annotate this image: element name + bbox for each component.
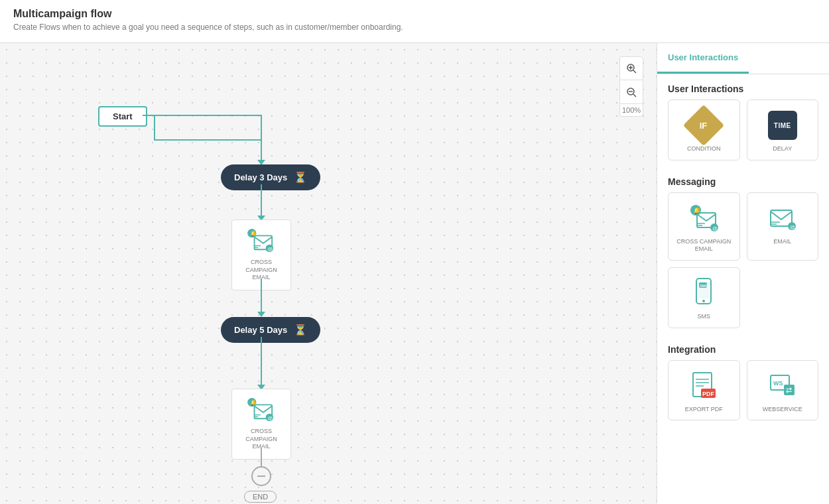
condition-icon: IF [688, 109, 720, 141]
sms-icon: SMS [688, 277, 720, 309]
svg-text:⇄: ⇄ [786, 386, 792, 394]
delay1-node[interactable]: Delay 3 Days ⏳ [221, 164, 320, 190]
connector-v6 [261, 448, 262, 467]
webservice-item[interactable]: WS ⇄ WEBSERVICE [747, 360, 819, 421]
connector-v5 [261, 337, 262, 387]
user-interactions-grid: IF CONDITION TIME DELAY [657, 99, 829, 167]
hourglass-icon: ⏳ [294, 171, 307, 184]
svg-text:@: @ [268, 246, 273, 252]
connector-v4 [261, 279, 262, 314]
integration-grid: PDF EXPORT PDF WS ⇄ WEBSER [657, 360, 829, 428]
webservice-icon: WS ⇄ [767, 370, 798, 402]
messaging-grid: 🔔 @ CROSS CAMPAIGN EMAIL [657, 192, 829, 335]
tab-user-interactions[interactable]: User Interactions [657, 43, 749, 74]
condition-label: CONDITION [687, 145, 721, 153]
messaging-section-title: Messaging [657, 167, 829, 192]
email1-label: CROSS CAMPAIGN EMAIL [243, 259, 280, 282]
end-circle [251, 466, 271, 486]
main-container: 100% Start Delay 3 Days ⏳ [0, 43, 829, 504]
delay-item[interactable]: TIME DELAY [747, 99, 819, 160]
hourglass-icon2: ⏳ [294, 324, 307, 336]
svg-text:🔔: 🔔 [250, 230, 257, 237]
condition-item[interactable]: IF CONDITION [668, 99, 740, 160]
page-title: Multicampaign flow [13, 8, 816, 20]
cross-campaign-email-label: CROSS CAMPAIGN EMAIL [674, 238, 734, 253]
flow-canvas: 100% Start Delay 3 Days ⏳ [0, 43, 657, 504]
connector-v1 [261, 115, 262, 160]
svg-text:WS: WS [773, 380, 783, 387]
svg-text:@: @ [790, 224, 795, 230]
export-pdf-label: EXPORT PDF [685, 406, 723, 414]
svg-text:@: @ [712, 225, 718, 231]
sms-label: SMS [697, 313, 710, 321]
panel-tabs: User Interactions [657, 43, 829, 74]
start-node[interactable]: Start [98, 106, 147, 127]
email1-icon: 🔔 @ [245, 228, 278, 255]
connector-h1 [143, 115, 262, 116]
svg-point-37 [702, 300, 705, 302]
svg-text:SMS: SMS [700, 284, 708, 288]
right-panel: User Interactions User Interactions IF C… [657, 43, 829, 504]
connector-v2 [154, 115, 155, 140]
cross-campaign-email-icon: 🔔 @ [688, 202, 720, 234]
delay-label: DELAY [773, 145, 792, 153]
email-label: EMAIL [773, 238, 791, 246]
time-badge-text: TIME [774, 122, 791, 129]
export-pdf-item[interactable]: PDF EXPORT PDF [668, 360, 740, 421]
email2-icon: 🔔 @ [245, 397, 278, 424]
page-description: Create Flows when to achieve a goal you … [13, 23, 816, 32]
svg-text:@: @ [268, 415, 273, 421]
svg-text:PDF: PDF [702, 391, 715, 397]
flow-diagram: Start Delay 3 Days ⏳ [0, 43, 657, 504]
page-header: Multicampaign flow Create Flows when to … [0, 0, 829, 43]
email2-label: CROSS CAMPAIGN EMAIL [243, 428, 280, 451]
condition-if-text: IF [700, 121, 708, 131]
cross-campaign-email-item[interactable]: 🔔 @ CROSS CAMPAIGN EMAIL [668, 192, 740, 261]
user-interactions-section-title: User Interactions [657, 74, 829, 99]
end-label: END [244, 491, 277, 503]
arrow-delay2 [257, 312, 265, 317]
sms-item[interactable]: SMS SMS [668, 267, 740, 328]
delay-icon: TIME [767, 109, 798, 141]
svg-text:🔔: 🔔 [250, 399, 257, 407]
email-item[interactable]: @ EMAIL [747, 192, 819, 261]
delay2-node[interactable]: Delay 5 Days ⏳ [221, 317, 320, 343]
connector-h2 [154, 139, 262, 141]
integration-section-title: Integration [657, 335, 829, 360]
minus-icon [257, 475, 265, 477]
email-icon: @ [767, 202, 798, 234]
export-pdf-icon: PDF [688, 370, 720, 402]
connector-v3 [261, 184, 262, 218]
webservice-label: WEBSERVICE [763, 406, 802, 414]
